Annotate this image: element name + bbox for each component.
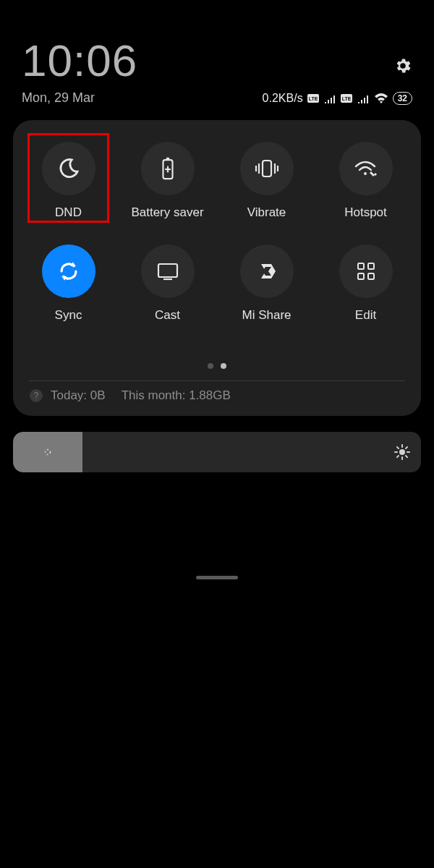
tiles-grid: DNDBattery saverVibrateHotspotSyncCastMi… [22,136,412,328]
status-bar: 0.2KB/s LTE LTE 32 [263,92,412,105]
tile-label: Edit [355,308,376,323]
battery-icon [141,142,195,195]
svg-line-27 [397,456,399,457]
brightness-slider[interactable] [13,432,421,472]
tile-label: Mi Share [242,308,291,323]
svg-rect-13 [358,263,364,269]
signal-icon-2 [357,93,370,103]
volte-icon-2: LTE [341,94,352,103]
header: 10:06 Mon, 29 Mar 0.2KB/s LTE LTE 32 [0,0,434,106]
gear-icon [393,56,412,75]
svg-rect-16 [368,273,374,279]
tile-sync[interactable]: Sync [22,239,115,328]
tile-label: Cast [155,308,180,323]
data-rate: 0.2KB/s [263,92,303,105]
svg-rect-11 [158,264,177,277]
page-dot[interactable] [208,363,213,369]
svg-rect-9 [263,161,271,176]
svg-rect-6 [166,158,169,160]
cast-icon [141,244,195,298]
page-dot[interactable] [221,363,226,369]
clock-time: 10:06 [22,35,412,86]
svg-point-19 [45,450,50,455]
sync-icon [42,244,95,298]
divider [29,380,405,381]
signal-icon-1 [323,93,336,103]
moon-icon [42,142,95,195]
svg-point-10 [364,172,367,175]
grid-icon [339,244,393,298]
usage-month-label: This month: [122,388,186,402]
help-icon: ? [29,388,43,403]
svg-text:?: ? [34,391,39,401]
usage-today-value: 0B [90,388,106,402]
svg-line-26 [406,456,407,457]
home-indicator[interactable] [196,576,238,579]
vibrate-icon [240,142,294,195]
tile-battery-saver[interactable]: Battery saver [121,136,214,226]
tile-label: Hotspot [344,205,387,220]
svg-text:LTE: LTE [341,96,351,101]
tile-label: DND [55,205,82,220]
tile-dnd[interactable]: DND [22,136,115,226]
brightness-high-icon [393,443,411,461]
battery-pill: 32 [393,92,412,105]
tile-mi-share[interactable]: Mi Share [220,239,313,328]
tile-vibrate[interactable]: Vibrate [220,136,313,226]
brightness-low-icon [41,445,55,459]
date-text: Mon, 29 Mar [22,90,95,106]
svg-point-4 [380,101,382,103]
usage-month-value: 1.88GB [189,388,231,402]
usage-today-label: Today: [51,388,87,402]
svg-line-28 [406,447,407,448]
tile-edit[interactable]: Edit [319,239,412,328]
svg-rect-15 [358,273,364,279]
svg-point-20 [399,449,405,455]
svg-text:LTE: LTE [308,96,318,101]
tile-label: Sync [55,308,82,323]
mishare-icon [240,244,294,298]
tile-cast[interactable]: Cast [121,239,214,328]
quick-settings-panel: DNDBattery saverVibrateHotspotSyncCastMi… [13,120,421,416]
svg-line-25 [397,447,399,448]
page-indicator[interactable] [22,363,412,369]
svg-rect-14 [368,263,374,269]
tile-hotspot[interactable]: Hotspot [319,136,412,226]
wifi-icon [374,93,388,104]
tile-label: Vibrate [247,205,286,220]
tile-label: Battery saver [131,205,203,220]
wifi-pen-icon [339,142,393,195]
volte-icon-1: LTE [307,94,319,103]
settings-button[interactable] [393,56,412,75]
data-usage-row[interactable]: ? Today: 0B This month: 1.88GB [22,388,412,406]
